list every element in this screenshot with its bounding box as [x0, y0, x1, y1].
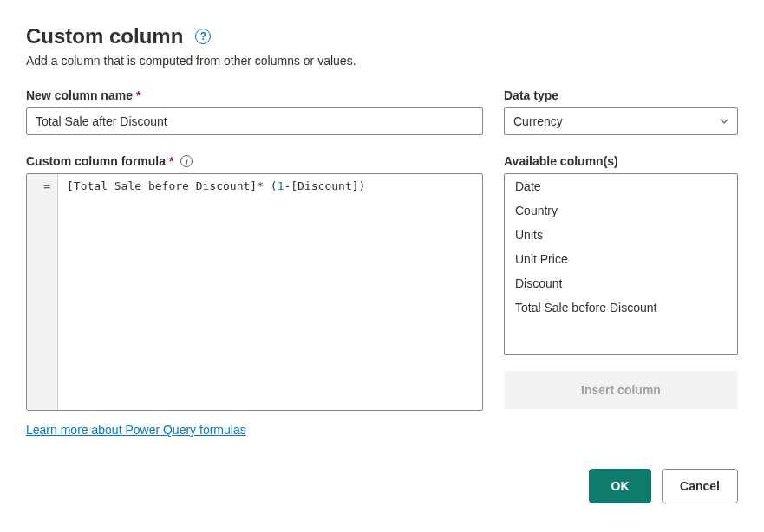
available-columns-label: Available column(s) [504, 154, 738, 168]
new-column-name-label: New column name * [26, 88, 483, 102]
help-icon[interactable]: ? [195, 29, 211, 44]
insert-column-button[interactable]: Insert column [504, 371, 738, 409]
list-item[interactable]: Date [505, 174, 737, 198]
list-item[interactable]: Unit Price [505, 247, 737, 271]
info-icon[interactable]: i [180, 155, 193, 167]
data-type-value: Currency [513, 114, 563, 128]
formula-gutter: = [27, 174, 58, 410]
available-columns-list[interactable]: DateCountryUnitsUnit PriceDiscountTotal … [504, 173, 738, 355]
list-item[interactable]: Units [505, 223, 737, 247]
list-item[interactable]: Discount [505, 271, 737, 295]
required-indicator: * [136, 88, 140, 102]
ok-button[interactable]: OK [589, 469, 651, 503]
data-type-label: Data type [504, 88, 738, 102]
list-item[interactable]: Country [505, 198, 737, 223]
formula-editor[interactable]: = [Total Sale before Discount]* (1-[Disc… [26, 173, 483, 411]
dialog-subtitle: Add a column that is computed from other… [26, 54, 738, 68]
dialog-title: Custom column [26, 24, 183, 49]
cancel-button[interactable]: Cancel [662, 469, 738, 503]
list-item[interactable]: Total Sale before Discount [505, 295, 737, 320]
required-indicator: * [169, 154, 173, 168]
new-column-name-input[interactable] [26, 107, 483, 135]
learn-more-link[interactable]: Learn more about Power Query formulas [26, 423, 246, 437]
formula-content[interactable]: [Total Sale before Discount]* (1-[Discou… [58, 174, 482, 410]
formula-label: Custom column formula * i [26, 154, 483, 168]
data-type-select[interactable]: Currency [504, 107, 738, 135]
